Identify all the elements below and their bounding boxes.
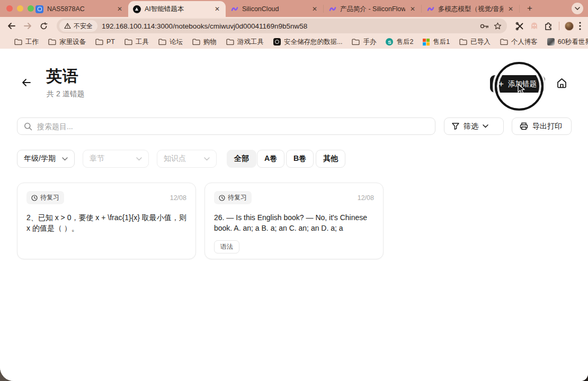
forward-button[interactable] <box>21 19 34 33</box>
bookmark-label: 家里设备 <box>59 38 86 47</box>
bookmark-folder-forum[interactable]: 论坛 <box>154 38 188 47</box>
ghost-extension-icon[interactable] <box>530 22 539 30</box>
snip-tool-icon[interactable] <box>515 22 524 31</box>
grade-term-dropdown[interactable]: 年级/学期 <box>17 150 75 168</box>
bookmark-folder-home-devices[interactable]: 家里设备 <box>43 38 91 47</box>
plus-icon: + <box>498 79 504 88</box>
security-label: 不安全 <box>74 22 93 31</box>
bookmark-aftersales2[interactable]: S售后2 <box>381 38 418 47</box>
zoom-window-button[interactable] <box>28 5 34 12</box>
notebook-page: 英语 共 2 道错题 + 添加错题 筛选 导出打印 年级/学期 <box>0 49 588 381</box>
printer-icon <box>520 122 528 130</box>
close-icon[interactable]: ✕ <box>213 5 221 13</box>
close-window-button[interactable] <box>6 5 13 12</box>
site-security-chip[interactable]: 不安全 <box>59 20 97 32</box>
folder-icon <box>95 39 103 45</box>
filter-label: 筛选 <box>464 122 478 131</box>
folder-icon <box>352 39 360 45</box>
chevron-down-icon <box>575 7 580 10</box>
tabs: NAS5878AC ✕ AI智能错题本 ✕ SiliconCloud ✕ <box>31 0 537 17</box>
bookmark-folder-pt[interactable]: PT <box>91 38 120 46</box>
status-badge: 待复习 <box>26 191 64 204</box>
close-icon[interactable]: ✕ <box>507 5 514 13</box>
bookmark-folder-blog[interactable]: 个人博客 <box>495 38 542 47</box>
search-icon <box>24 122 32 131</box>
status-label: 待复习 <box>228 193 247 202</box>
minimize-window-button[interactable] <box>17 5 23 12</box>
search-input[interactable] <box>37 122 429 131</box>
password-key-icon[interactable] <box>480 23 489 29</box>
filter-button[interactable]: 筛选 <box>444 117 504 135</box>
mistake-card[interactable]: 待复习 12/08 26. — Is this English book? — … <box>204 183 384 259</box>
forward-arrow-icon <box>23 22 32 30</box>
reload-icon <box>40 22 48 30</box>
segment-other[interactable]: 其他 <box>316 150 345 168</box>
add-mistake-button[interactable]: + 添加错题 <box>490 75 545 93</box>
close-icon[interactable]: ✕ <box>409 5 416 13</box>
card-tags: 语法 <box>214 240 374 253</box>
bookmark-folder-figures[interactable]: 手办 <box>347 38 381 47</box>
bookmark-label: 购物 <box>203 38 217 47</box>
browser-tab-strip: NAS5878AC ✕ AI智能错题本 ✕ SiliconCloud ✕ <box>0 0 588 17</box>
question-text: 2、已知 x > 0，要使 x + \frac{1}{x} 取最小值，则 x 的… <box>26 212 186 234</box>
toolbar-divider <box>559 22 559 30</box>
browser-menu-icon[interactable] <box>579 22 581 30</box>
profile-avatar[interactable] <box>565 22 574 31</box>
browser-window: NAS5878AC ✕ AI智能错题本 ✕ SiliconCloud ✕ <box>0 0 588 381</box>
segment-paper-a[interactable]: A卷 <box>257 150 284 168</box>
bookmark-folder-work[interactable]: 工作 <box>10 38 43 47</box>
segment-paper-b[interactable]: B卷 <box>286 150 314 168</box>
tab-nas[interactable]: NAS5878AC ✕ <box>31 1 128 17</box>
tab-mistake-notebook-active[interactable]: AI智能错题本 ✕ <box>128 1 226 17</box>
dark-app-icon <box>273 38 281 46</box>
export-print-button[interactable]: 导出打印 <box>512 117 572 135</box>
purple-wave-icon <box>230 5 238 13</box>
folder-icon <box>14 39 22 45</box>
tab-multimodal-models[interactable]: 多模态模型（视觉/音频/视频） ✕ <box>422 1 519 17</box>
grade-term-label: 年级/学期 <box>24 154 56 164</box>
bookmark-aftersales1[interactable]: 售后1 <box>418 38 455 47</box>
tab-siliconflow-intro[interactable]: 产品简介 - SiliconFlow ✕ <box>324 1 421 17</box>
address-bar[interactable]: 不安全 192.168.100.114:3000/notebooks/cmiwu… <box>57 19 507 33</box>
reload-button[interactable] <box>37 19 50 33</box>
close-icon[interactable]: ✕ <box>311 5 318 13</box>
knowledge-point-dropdown[interactable]: 知识点 <box>157 150 217 168</box>
new-tab-button[interactable]: + <box>523 2 537 15</box>
desktop: NAS5878AC ✕ AI智能错题本 ✕ SiliconCloud ✕ <box>0 0 588 381</box>
extensions-puzzle-icon[interactable] <box>544 21 554 31</box>
close-icon[interactable]: ✕ <box>116 5 123 13</box>
chevron-down-icon <box>62 157 68 161</box>
bookmark-secure-storage[interactable]: 安全储存您的数据... <box>269 38 347 47</box>
card-date: 12/08 <box>170 194 186 202</box>
chevron-down-icon <box>483 124 488 128</box>
knowledge-point-label: 知识点 <box>164 154 186 164</box>
chevron-down-icon <box>204 157 210 161</box>
chapter-dropdown[interactable]: 章节 <box>83 150 149 168</box>
bookmark-folder-tools[interactable]: 工具 <box>120 38 154 47</box>
url-text[interactable]: 192.168.100.114:3000/notebooks/cmiwuvj0d… <box>102 22 476 30</box>
bookmark-folder-game-tools[interactable]: 游戏工具 <box>221 38 269 47</box>
home-button[interactable] <box>556 78 567 88</box>
back-button[interactable] <box>5 19 19 33</box>
warning-triangle-icon <box>64 23 71 29</box>
tab-title: SiliconCloud <box>242 5 307 13</box>
folder-icon <box>48 39 56 45</box>
page-back-button[interactable] <box>21 78 32 87</box>
macos-traffic-lights <box>6 5 34 12</box>
segment-all[interactable]: 全部 <box>227 150 256 168</box>
folder-icon <box>192 39 200 45</box>
bookmark-star-icon[interactable] <box>494 22 502 30</box>
folder-icon <box>500 39 508 45</box>
tab-title: AI智能错题本 <box>145 5 210 14</box>
tab-siliconcloud[interactable]: SiliconCloud ✕ <box>226 1 323 17</box>
mistake-card[interactable]: 待复习 12/08 2、已知 x > 0，要使 x + \frac{1}{x} … <box>17 183 196 259</box>
bookmark-folder-shopping[interactable]: 购物 <box>188 38 221 47</box>
card-header: 待复习 12/08 <box>214 191 374 204</box>
tab-title: NAS5878AC <box>47 5 112 13</box>
tab-search-chevron-button[interactable] <box>572 3 583 14</box>
bookmarks-bar: 工作 家里设备 PT 工具 论坛 购物 游戏工具 安全储存您的数据... 手办 … <box>0 35 588 49</box>
card-header: 待复习 12/08 <box>26 191 186 204</box>
bookmark-label: 工作 <box>25 38 39 47</box>
bookmark-60s-world[interactable]: 60秒看世界 <box>542 38 588 47</box>
bookmark-folder-imported[interactable]: 已导入 <box>455 38 495 47</box>
